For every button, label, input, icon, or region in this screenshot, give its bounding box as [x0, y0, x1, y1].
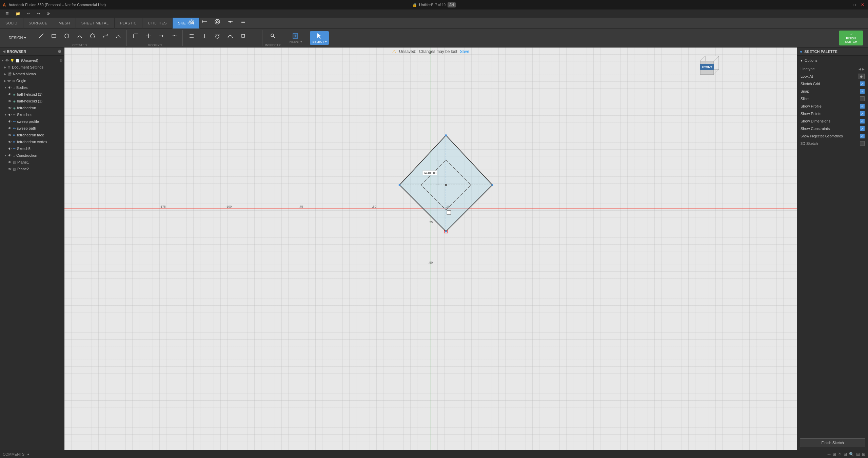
zoom-in-icon[interactable]: 🔍: [849, 452, 854, 457]
linetype-arrow-left[interactable]: ◀: [859, 67, 861, 71]
canvas-area[interactable]: ⚠ Unsaved: Changes may be lost Save -175…: [64, 47, 797, 450]
tool-tangent[interactable]: [211, 29, 223, 43]
view-cube[interactable]: FRONT: [698, 54, 722, 78]
show-dimensions-checkbox[interactable]: ✓: [860, 119, 865, 123]
tool-equal[interactable]: [237, 15, 249, 28]
browser-arrow-left[interactable]: ◀: [3, 50, 5, 53]
tab-mesh[interactable]: MESH: [53, 18, 76, 28]
eye-icon-sph[interactable]: 👁: [8, 127, 12, 130]
show-profile-checkbox[interactable]: ✓: [860, 104, 865, 109]
linetype-arrow-right[interactable]: ▶: [862, 67, 865, 71]
palette-options-header[interactable]: ▼ Options: [800, 58, 865, 62]
select-button[interactable]: SELECT ▾: [310, 31, 329, 45]
close-button[interactable]: ✕: [860, 2, 865, 7]
eye-icon-const[interactable]: 👁: [8, 154, 12, 157]
tool-fillet[interactable]: [130, 29, 142, 43]
eye-icon-p1[interactable]: 👁: [8, 160, 12, 164]
tool-conic[interactable]: [112, 29, 124, 43]
tool-concentric[interactable]: [211, 15, 223, 28]
finish-sketch-bottom-button[interactable]: Finish Sketch: [800, 438, 865, 447]
tree-item-sweep-profile[interactable]: 👁 ✏ sweep profile: [0, 118, 64, 125]
comments-expand-icon[interactable]: ●: [27, 452, 29, 456]
tab-sheetmetal[interactable]: SHEET METAL: [76, 18, 115, 28]
eye-icon-tv[interactable]: 👁: [8, 140, 12, 144]
eye-icon-tf[interactable]: 👁: [8, 133, 12, 137]
eye-icon-p2[interactable]: 👁: [8, 167, 12, 171]
tree-item-tet-face[interactable]: 👁 ✏ tetrahedron face: [0, 132, 64, 138]
tool-arc[interactable]: [74, 29, 86, 43]
split-view-icon[interactable]: ⊞: [862, 452, 865, 457]
eye-icon-bodies[interactable]: 👁: [8, 86, 12, 90]
tool-perp[interactable]: [198, 29, 211, 43]
menu-save-cloud[interactable]: ⟳: [44, 11, 53, 17]
eye-icon-sp[interactable]: 👁: [8, 120, 12, 123]
tab-plastic[interactable]: PLASTIC: [115, 18, 142, 28]
tree-item-origin[interactable]: ▶ 👁 ⊕ Origin: [0, 77, 64, 84]
save-link[interactable]: Save: [460, 49, 469, 54]
tree-item-sketches[interactable]: ▼ 👁 ✏ Sketches: [0, 111, 64, 118]
eye-icon-s5[interactable]: 👁: [8, 147, 12, 151]
tree-item-plane2[interactable]: 👁 ▧ Plane2: [0, 166, 64, 172]
tab-surface[interactable]: SURFACE: [23, 18, 53, 28]
tool-break[interactable]: [168, 29, 180, 43]
menu-redo[interactable]: ↪: [34, 11, 43, 17]
tool-line[interactable]: [35, 29, 47, 43]
tab-utilities[interactable]: UTILITIES: [142, 18, 173, 28]
menu-file[interactable]: 📁: [13, 11, 23, 17]
rotate-icon[interactable]: ↻: [838, 452, 842, 457]
tool-extend[interactable]: [155, 29, 167, 43]
tree-item-half-helicoid-1[interactable]: 👁 ◈ half-helicoid (1): [0, 91, 64, 98]
show-constraints-checkbox[interactable]: ✓: [860, 126, 865, 131]
menu-hamburger[interactable]: ☰: [3, 11, 12, 17]
tree-item-construction[interactable]: ▼ 👁 □ Construction: [0, 152, 64, 159]
sketch-grid-checkbox[interactable]: ✓: [860, 81, 865, 86]
tool-circle[interactable]: [61, 29, 73, 43]
tree-item-sweep-path[interactable]: 👁 ✏ sweep path: [0, 125, 64, 132]
tool-midpoint[interactable]: [224, 15, 236, 28]
grid-icon[interactable]: ⊞: [833, 452, 836, 457]
tool-trim[interactable]: [142, 29, 155, 43]
tool-spline[interactable]: [99, 29, 112, 43]
browser-settings-icon[interactable]: ⚙: [58, 49, 61, 54]
tree-item-sketch5[interactable]: 👁 ✏ Sketch5: [0, 145, 64, 152]
insert-button[interactable]: INSERT ▾: [286, 31, 305, 45]
tree-item-tet-vertex[interactable]: 👁 ✏ tetrahedron vertex: [0, 138, 64, 145]
restore-button[interactable]: □: [852, 2, 857, 7]
3d-sketch-checkbox[interactable]: [860, 141, 865, 146]
show-projected-checkbox[interactable]: ✓: [860, 134, 865, 138]
eye-icon-0[interactable]: 👁: [5, 59, 9, 62]
settings-icon-0[interactable]: ⚙: [60, 59, 63, 62]
show-points-checkbox[interactable]: ✓: [860, 111, 865, 116]
design-dropdown[interactable]: DESIGN ▾: [5, 31, 29, 45]
tree-item-doc-settings[interactable]: ▶ ⚙ Document Settings: [0, 64, 64, 71]
eye-icon-sketches[interactable]: 👁: [8, 113, 12, 117]
tool-smooth[interactable]: [224, 29, 236, 43]
tool-fixed[interactable]: [237, 29, 249, 43]
cursor-icon[interactable]: ⊹: [827, 452, 831, 457]
tree-item-half-helicoid-2[interactable]: 👁 ◈ half-helicoid (1): [0, 98, 64, 104]
tool-collinear[interactable]: [198, 15, 211, 28]
tree-item-plane1[interactable]: 👁 ▧ Plane1: [0, 159, 64, 166]
eye-icon-origin[interactable]: 👁: [7, 79, 11, 83]
tool-rect[interactable]: [48, 29, 60, 43]
look-at-button[interactable]: ⊕: [858, 74, 865, 79]
tree-item-tetrahedron[interactable]: 👁 ◈ tetrahedron: [0, 104, 64, 111]
slice-checkbox[interactable]: [860, 96, 865, 101]
finish-sketch-button[interactable]: FINISH SKETCH: [839, 31, 863, 45]
light-icon-0[interactable]: 💡: [10, 59, 14, 62]
tool-coincident[interactable]: [185, 15, 198, 28]
menu-undo[interactable]: ↩: [24, 11, 33, 17]
snap-checkbox[interactable]: ✓: [860, 89, 865, 94]
display-mode-icon[interactable]: ▤: [856, 452, 860, 457]
eye-icon-hh2[interactable]: 👁: [8, 99, 12, 103]
eye-icon-hh1[interactable]: 👁: [8, 93, 12, 96]
minimize-button[interactable]: ─: [844, 2, 849, 7]
tree-item-root[interactable]: ▼ 👁 💡 📄 (Unsaved) ⚙: [0, 57, 64, 64]
eye-icon-tet[interactable]: 👁: [8, 106, 12, 110]
tool-parallel[interactable]: [185, 29, 198, 43]
tool-polygon[interactable]: [86, 29, 99, 43]
tab-solid[interactable]: SOLID: [0, 18, 23, 28]
zoom-fit-icon[interactable]: ⊟: [844, 452, 847, 457]
tree-item-named-views[interactable]: ▶ 🎬 Named Views: [0, 71, 64, 77]
tree-item-bodies[interactable]: ▼ 👁 □ Bodies: [0, 84, 64, 91]
